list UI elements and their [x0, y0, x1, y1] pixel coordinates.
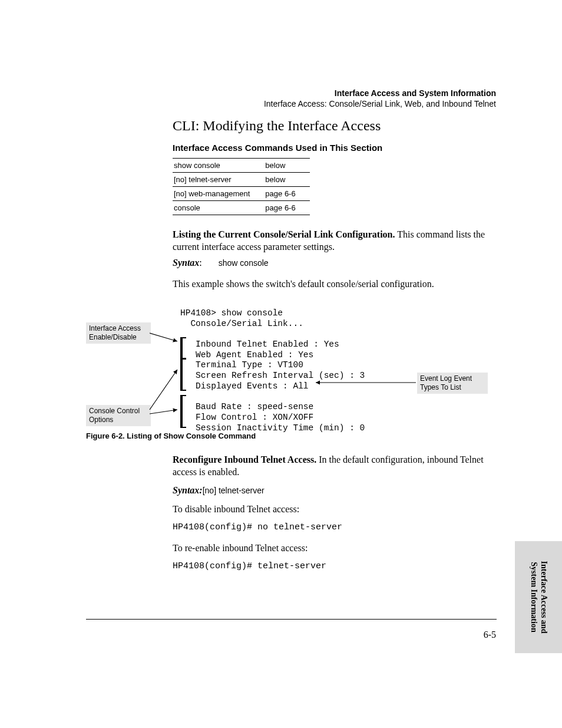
code-enable: HP4108(config)# telnet-server [173, 561, 326, 571]
paragraph-listing: Listing the Current Console/Serial Link … [173, 229, 497, 253]
table-row: [no] web-management page 6-6 [173, 187, 310, 201]
callout-event-log: Event Log Event Types To List [417, 373, 488, 394]
page-header: Interface Access and System Information … [264, 88, 496, 108]
ref-cell: page 6-6 [264, 201, 309, 215]
syntax-label: Syntax: [173, 485, 203, 495]
commands-table: show console below [no] telnet-server be… [173, 158, 310, 215]
section-heading: CLI: Modifying the Interface Access [173, 118, 381, 134]
svg-line-1 [150, 410, 177, 414]
footer-rule [86, 619, 497, 620]
cmd-cell: console [173, 201, 264, 215]
cmd-cell: [no] telnet-server [173, 173, 264, 187]
paragraph-disable: To disable inbound Telnet access: [173, 503, 497, 516]
table-row: [no] telnet-server below [173, 173, 310, 187]
paragraph-enable: To re-enable inbound Telnet access: [173, 542, 497, 555]
cmd-cell: [no] web-management [173, 187, 264, 201]
para-bold: Reconfigure Inbound Telnet Access. [173, 454, 316, 465]
ref-cell: below [264, 159, 309, 173]
svg-line-0 [150, 333, 177, 341]
header-title: Interface Access and System Information [264, 88, 496, 98]
figure-6-2: Interface Access Enable/Disable Console … [86, 305, 498, 430]
ref-cell: below [264, 173, 309, 187]
table-title: Interface Access Commands Used in This S… [173, 143, 382, 153]
syntax-command: [no] telnet-server [203, 486, 265, 495]
paragraph-example: This example shows the switch's default … [173, 278, 497, 291]
header-subtitle: Interface Access: Console/Serial Link, W… [264, 99, 496, 108]
cmd-cell: show console [173, 159, 264, 173]
code-disable: HP4108(config)# no telnet-server [173, 522, 342, 532]
syntax-line-1: Syntax: show console [173, 257, 497, 269]
callout-console-control: Console Control Options [86, 405, 151, 426]
paragraph-reconfigure: Reconfigure Inbound Telnet Access. In th… [173, 454, 497, 479]
figure-caption: Figure 6-2. Listing of Show Console Comm… [86, 431, 256, 440]
svg-line-2 [150, 370, 177, 410]
side-tab: Interface Access and System Information [515, 541, 562, 653]
terminal-output: HP4108> show console Console/Serial Link… [180, 308, 365, 433]
syntax-command: show console [219, 258, 269, 268]
table-row: console page 6-6 [173, 201, 310, 215]
para-bold: Listing the Current Console/Serial Link … [173, 229, 395, 239]
table-row: show console below [173, 159, 310, 173]
ref-cell: page 6-6 [264, 187, 309, 201]
side-tab-label: Interface Access and System Information [528, 561, 548, 634]
callout-interface-access: Interface Access Enable/Disable [86, 322, 151, 344]
syntax-label: Syntax [173, 258, 199, 268]
page-number: 6-5 [484, 630, 496, 640]
syntax-line-2: Syntax:[no] telnet-server [173, 485, 497, 497]
